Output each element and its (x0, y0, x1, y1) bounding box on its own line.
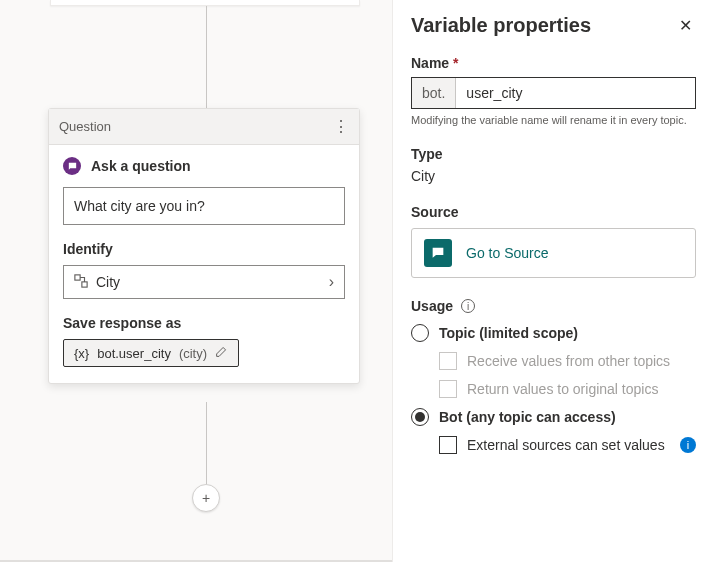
usage-topic-radio[interactable]: Topic (limited scope) (411, 324, 696, 342)
card-header: Question ⋮ (49, 109, 359, 145)
checkbox-icon (439, 436, 457, 454)
name-value-input[interactable] (456, 78, 695, 108)
type-label: Type (411, 146, 696, 162)
name-hint: Modifying the variable name will rename … (411, 114, 696, 126)
card-body: Ask a question Identify City › Save resp… (49, 145, 359, 383)
previous-node-edge (50, 0, 360, 6)
usage-bot-label: Bot (any topic can access) (439, 409, 616, 425)
name-prefix: bot. (412, 78, 456, 108)
ask-question-label: Ask a question (91, 158, 191, 174)
variable-name: bot.user_city (97, 346, 171, 361)
usage-external-label: External sources can set values (467, 437, 665, 453)
go-to-source-button[interactable]: Go to Source (411, 228, 696, 278)
required-asterisk: * (453, 55, 458, 71)
chat-bubble-icon (63, 157, 81, 175)
usage-receive-checkbox: Receive values from other topics (439, 352, 696, 370)
svg-rect-0 (75, 274, 80, 279)
card-header-title: Question (59, 119, 111, 134)
connector-line (206, 6, 207, 108)
info-icon[interactable]: i (680, 437, 696, 453)
variable-type: (city) (179, 346, 207, 361)
usage-external-checkbox[interactable]: External sources can set values (439, 436, 665, 454)
checkbox-icon (439, 352, 457, 370)
usage-label: Usage (411, 298, 453, 314)
variable-chip[interactable]: {x} bot.user_city (city) (63, 339, 239, 367)
more-options-icon[interactable]: ⋮ (333, 117, 349, 136)
chevron-right-icon: › (329, 273, 334, 291)
question-input[interactable] (63, 187, 345, 225)
usage-return-label: Return values to original topics (467, 381, 658, 397)
svg-rect-1 (82, 281, 87, 286)
pencil-icon[interactable] (215, 345, 228, 361)
question-node[interactable]: Question ⋮ Ask a question Identify City … (48, 108, 360, 384)
type-value: City (411, 168, 696, 184)
go-to-source-label: Go to Source (466, 245, 549, 261)
panel-title: Variable properties (411, 14, 591, 37)
authoring-canvas: Question ⋮ Ask a question Identify City … (0, 0, 392, 562)
ask-question-row: Ask a question (63, 157, 345, 175)
variable-icon: {x} (74, 346, 89, 361)
checkbox-icon (439, 380, 457, 398)
usage-receive-label: Receive values from other topics (467, 353, 670, 369)
usage-return-checkbox: Return values to original topics (439, 380, 696, 398)
name-input[interactable]: bot. (411, 77, 696, 109)
close-button[interactable]: ✕ (675, 12, 696, 39)
connector-line (206, 402, 207, 486)
source-label: Source (411, 204, 696, 220)
identify-value: City (96, 274, 120, 290)
save-response-label: Save response as (63, 315, 345, 331)
add-node-button[interactable]: + (192, 484, 220, 512)
info-icon[interactable]: i (461, 299, 475, 313)
svg-rect-2 (435, 250, 442, 251)
radio-icon (411, 324, 429, 342)
usage-topic-label: Topic (limited scope) (439, 325, 578, 341)
entity-icon (74, 274, 88, 291)
variable-properties-panel: Variable properties ✕ Name * bot. Modify… (392, 0, 708, 562)
name-label: Name * (411, 55, 696, 71)
usage-bot-radio[interactable]: Bot (any topic can access) (411, 408, 696, 426)
svg-rect-3 (435, 252, 440, 253)
identify-select[interactable]: City › (63, 265, 345, 299)
identify-label: Identify (63, 241, 345, 257)
radio-icon (411, 408, 429, 426)
message-icon (424, 239, 452, 267)
